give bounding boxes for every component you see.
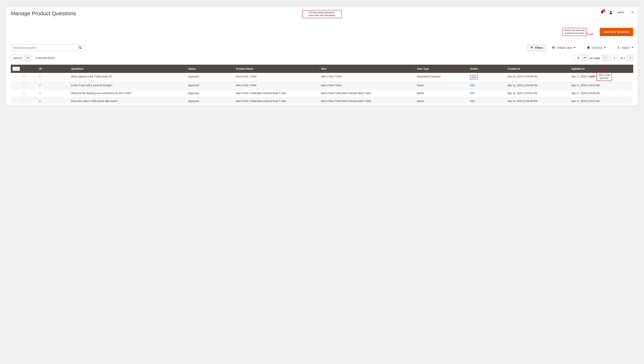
notifications-button[interactable]: 1 bbox=[600, 10, 604, 14]
checkbox-icon bbox=[13, 67, 16, 70]
chevron-down-icon bbox=[604, 47, 606, 48]
row-checkbox[interactable] bbox=[23, 92, 26, 95]
cell-user-type: Admin bbox=[415, 98, 468, 106]
svg-point-0 bbox=[79, 46, 81, 48]
eye-icon bbox=[552, 46, 555, 50]
chevron-left-icon bbox=[604, 56, 606, 59]
row-checkbox[interactable] bbox=[23, 75, 26, 78]
col-status[interactable]: Status bbox=[186, 65, 234, 73]
search-icon bbox=[79, 46, 82, 50]
arrow-icon bbox=[586, 31, 594, 36]
edit-link[interactable]: Edit bbox=[470, 92, 474, 95]
export-icon bbox=[617, 46, 620, 49]
prev-page-button[interactable] bbox=[602, 55, 608, 61]
sort-desc-icon: ↓ bbox=[43, 68, 44, 70]
cell-status: Approved bbox=[186, 98, 234, 106]
bulk-actions-label: Actions bbox=[11, 55, 25, 61]
cell-status: Approved bbox=[186, 90, 234, 98]
col-created-at[interactable]: Created At bbox=[505, 65, 569, 73]
col-select-all[interactable] bbox=[11, 65, 37, 73]
columns-label: Columns bbox=[591, 46, 602, 49]
page-total: of 1 bbox=[620, 56, 625, 60]
columns-dropdown[interactable]: Columns bbox=[586, 46, 606, 49]
questions-table: ID↓ Questions Status Product Name SKU Us… bbox=[11, 65, 633, 106]
page-size-value: 20 bbox=[574, 55, 583, 61]
cell-status: Approved bbox=[186, 82, 234, 90]
cell-sku: Men's Polo T-Shirt bbox=[319, 73, 415, 82]
row-checkbox[interactable] bbox=[23, 100, 26, 102]
table-row: 3What are the washing care instructions … bbox=[11, 90, 633, 98]
cell-updated: Sep 17, 2020 5:23:25 AM bbox=[569, 82, 633, 90]
cell-created: Sep 14, 2020 12:06:46 PM bbox=[505, 98, 569, 106]
export-dropdown[interactable]: Export bbox=[617, 46, 633, 49]
chevron-down-icon bbox=[574, 47, 575, 48]
page-size-dropdown[interactable]: 20 bbox=[574, 55, 587, 61]
row-id-link[interactable]: 1 bbox=[39, 75, 41, 78]
per-page-label: per page bbox=[589, 56, 600, 60]
table-row: 4Does this cotton T-shirt shrink after w… bbox=[11, 98, 633, 106]
cell-question: What are the washing care instructions f… bbox=[69, 90, 186, 98]
col-updated-at[interactable]: Updated At bbox=[569, 65, 633, 73]
default-view-label: Default View bbox=[557, 46, 572, 49]
cell-user-type: Admin bbox=[415, 90, 468, 98]
row-id-link[interactable]: 4 bbox=[39, 100, 41, 102]
col-user-type[interactable]: User Type bbox=[415, 65, 468, 73]
col-id[interactable]: ID↓ bbox=[37, 65, 69, 73]
bulk-actions-dropdown[interactable]: Actions bbox=[11, 54, 30, 61]
funnel-icon bbox=[530, 46, 533, 49]
row-id-link[interactable]: 3 bbox=[39, 92, 41, 95]
edit-link[interactable]: Edit bbox=[470, 84, 474, 87]
row-checkbox[interactable] bbox=[23, 84, 26, 87]
separator bbox=[611, 45, 611, 50]
chevron-down-icon bbox=[631, 47, 633, 48]
search-wrap bbox=[11, 44, 85, 51]
col-sku[interactable]: SKU bbox=[319, 65, 415, 73]
chevron-down-icon bbox=[25, 55, 30, 61]
cell-sku: Men's Polo T-Shirt,Men's Round Neck T-sh… bbox=[319, 98, 415, 106]
default-view-dropdown[interactable]: Default View bbox=[552, 46, 576, 50]
separator bbox=[581, 45, 581, 50]
cell-created: Sep 14, 2020 12:04:08 PM bbox=[505, 73, 569, 82]
edit-link[interactable]: Edit bbox=[470, 100, 474, 102]
col-action[interactable]: Action bbox=[468, 65, 505, 73]
edit-link[interactable]: Edit bbox=[472, 76, 476, 79]
cell-product: Men's Polo T-Shirt bbox=[234, 73, 319, 82]
notification-badge: 1 bbox=[602, 9, 605, 12]
search-button[interactable] bbox=[76, 44, 84, 51]
page-number-input[interactable] bbox=[610, 55, 618, 61]
admin-username: admin bbox=[617, 11, 624, 14]
next-page-button[interactable] bbox=[627, 55, 633, 61]
add-new-question-button[interactable]: Add New Question bbox=[600, 28, 633, 36]
cell-user-type: Guest bbox=[415, 82, 468, 90]
account-button[interactable] bbox=[609, 10, 613, 14]
cell-question: What material is the T-shirt made of? bbox=[69, 73, 186, 82]
cell-created: Sep 14, 2020 12:04:49 PM bbox=[505, 82, 569, 90]
cell-created: Sep 14, 2020 12:05:53 PM bbox=[505, 90, 569, 98]
filters-label: Filters bbox=[535, 46, 543, 49]
svg-line-1 bbox=[81, 48, 82, 49]
cell-status: Approved bbox=[186, 73, 234, 82]
gear-icon bbox=[586, 46, 590, 49]
annotation-edit: Click to edit question bbox=[596, 72, 612, 81]
filters-button[interactable]: Filters bbox=[527, 44, 546, 51]
annotation-listing: All the product questions listed here wi… bbox=[302, 10, 342, 18]
cell-question: Is this T-shirt soft & summer friendly? bbox=[69, 82, 186, 90]
cell-sku: Men's Polo T-Shirt bbox=[319, 82, 415, 90]
cell-product: Men's Polo T-Shirt bbox=[234, 82, 319, 90]
cell-sku: Men's Polo T-Shirt,Men's Round Neck T-sh… bbox=[319, 90, 415, 98]
records-found: 5 records found bbox=[36, 56, 55, 60]
admin-dropdown[interactable]: admin bbox=[617, 11, 633, 14]
chevron-down-icon bbox=[631, 12, 633, 13]
export-label: Export bbox=[622, 46, 630, 49]
cell-product: Men's Polo T-Shirt,Men's Round Neck T-sh… bbox=[234, 98, 319, 106]
chevron-down-icon bbox=[17, 68, 18, 69]
col-product-name[interactable]: Product Name bbox=[234, 65, 319, 73]
cell-updated: Sep 17, 2020 5:28:38 AM bbox=[569, 90, 633, 98]
table-row: 1What material is the T-shirt made of?Ap… bbox=[11, 73, 633, 82]
search-input[interactable] bbox=[11, 46, 76, 49]
col-questions[interactable]: Questions bbox=[69, 65, 186, 73]
chevron-down-icon bbox=[583, 55, 587, 61]
chevron-right-icon bbox=[629, 56, 631, 59]
page-title: Manage Product Questions bbox=[11, 10, 76, 16]
row-id-link[interactable]: 2 bbox=[39, 84, 41, 87]
